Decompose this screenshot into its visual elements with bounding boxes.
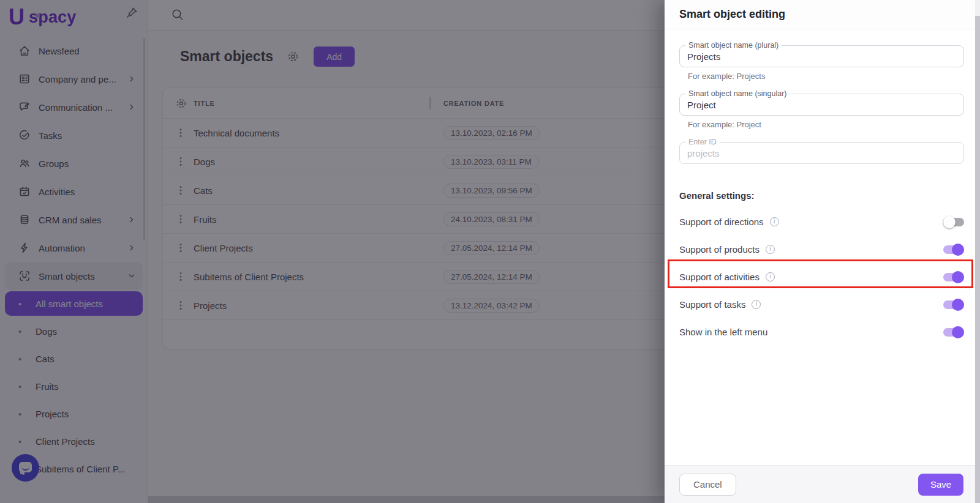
toggle-label: Support of activities — [679, 272, 760, 282]
field-label: Enter ID — [685, 138, 720, 146]
app-window: U spacy Newsfeed Company and pe... Commu… — [0, 0, 980, 503]
save-button[interactable]: Save — [918, 474, 963, 496]
general-settings-heading: General settings: — [679, 190, 964, 201]
toggle-switch[interactable] — [943, 271, 964, 283]
field-helper-text: For example: Project — [688, 120, 964, 129]
toggle-switch[interactable] — [943, 299, 964, 311]
panel-scrollbar[interactable] — [975, 0, 980, 503]
info-icon[interactable] — [766, 245, 775, 254]
info-icon[interactable] — [766, 272, 775, 281]
form-field-group: Smart object name (singular) For example… — [679, 94, 964, 129]
panel-header: Smart object editing — [665, 0, 980, 29]
form-field-group: Enter ID — [679, 142, 964, 177]
smart-object-editing-panel: Smart object editing Smart object name (… — [665, 0, 980, 503]
panel-title: Smart object editing — [679, 8, 785, 21]
toggle-row: Support of products — [679, 236, 964, 263]
toggle-row: Support of activities — [679, 263, 964, 291]
panel-footer: Cancel Save — [665, 465, 975, 503]
info-icon[interactable] — [770, 217, 779, 226]
toggle-row: Support of directions — [679, 208, 964, 236]
info-icon[interactable] — [752, 300, 761, 309]
toggle-label: Support of products — [679, 244, 760, 255]
cancel-button[interactable]: Cancel — [679, 474, 736, 496]
toggle-label: Show in the left menu — [679, 327, 767, 337]
modal-backdrop[interactable] — [0, 0, 665, 503]
text-input[interactable] — [679, 142, 964, 164]
form-field-group: Smart object name (plural) For example: … — [679, 45, 964, 81]
toggle-switch[interactable] — [943, 216, 964, 228]
toggle-row: Support of tasks — [679, 291, 964, 318]
toggle-switch[interactable] — [943, 326, 964, 338]
field-label: Smart object name (singular) — [685, 89, 790, 98]
toggle-row: Show in the left menu — [679, 318, 964, 346]
field-label: Smart object name (plural) — [685, 41, 782, 50]
panel-body: Smart object name (plural) For example: … — [665, 29, 980, 346]
toggle-label: Support of tasks — [679, 299, 745, 310]
toggle-label: Support of directions — [679, 217, 764, 227]
field-helper-text: For example: Projects — [688, 72, 964, 81]
field-helper-text — [688, 168, 964, 177]
toggle-switch[interactable] — [943, 244, 964, 256]
